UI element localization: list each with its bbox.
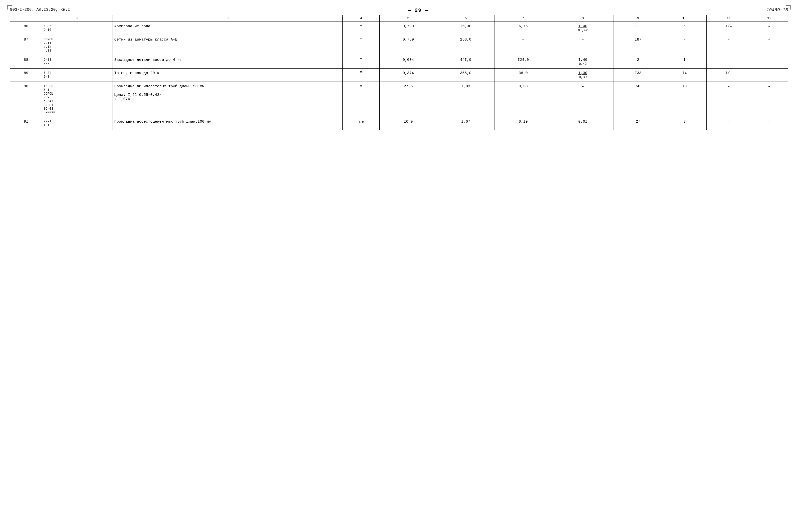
row-col11: –	[707, 35, 751, 55]
row-col11: –	[707, 55, 751, 69]
row-col6: 355,0	[437, 69, 494, 82]
row-col8-main: I,40	[578, 58, 587, 62]
row-col9: I87	[614, 35, 662, 55]
row-col10: 3	[662, 117, 707, 130]
row-col6: 44I,0	[437, 55, 494, 69]
row-col9: 50	[614, 82, 662, 117]
row-col8: I,300,39	[552, 69, 613, 82]
row-unit: м	[342, 82, 379, 117]
col-header-1: I	[10, 15, 42, 22]
row-col8-sub: 0,42	[579, 62, 587, 66]
row-col12: –	[751, 35, 788, 55]
row-col8: I,400 ,42	[552, 22, 613, 35]
row-col8-sub: 0 ,42	[578, 28, 588, 32]
col-header-7: 7	[494, 15, 552, 22]
corner-tr	[786, 5, 791, 10]
page-header: 903-I-206. Ал.I3.20, кн.I — 29 — 19469-1…	[10, 7, 788, 13]
header-row: I 2 3 4 5 6 7 8 9 10 11 12	[10, 15, 788, 22]
row-col12: –	[751, 82, 788, 117]
row-desc: То же, весом до 20 кг	[113, 69, 342, 82]
row-desc: Прокладка винипластовых труб диам. 50 мм…	[113, 82, 342, 117]
col-header-10: 10	[662, 15, 707, 22]
table-row: 886–83 9–7Закладные детали весом до 4 кг…	[10, 55, 788, 69]
row-col12: –	[751, 55, 788, 69]
row-col12: –	[751, 117, 788, 130]
row-col11: –	[707, 117, 751, 130]
col-header-4: 4	[342, 15, 379, 22]
col-header-2: 2	[42, 15, 113, 22]
row-col5: 0,004	[380, 55, 437, 69]
row-col8: I,400,42	[552, 55, 613, 69]
row-col6: I5,30	[437, 22, 494, 35]
row-col5: 0,789	[380, 35, 437, 55]
row-ref: I6–33 6–I ССРСЦ ч.У п.547 Пр–нт 05–03 8–…	[42, 82, 113, 117]
row-col10: –	[662, 35, 707, 55]
row-col11: –	[707, 82, 751, 117]
row-desc: Армирование пола	[113, 22, 342, 35]
row-unit: "	[342, 55, 379, 69]
row-col10: I4	[662, 69, 707, 82]
row-col8: 0,0I–	[552, 117, 613, 130]
row-ref: 6–84 9–8	[42, 69, 113, 82]
col-header-6: 6	[437, 15, 494, 22]
row-col5: 27,5	[380, 82, 437, 117]
row-num: 87	[10, 35, 42, 55]
row-desc: Закладные детали весом до 4 кг	[113, 55, 342, 69]
row-num: 88	[10, 55, 42, 69]
row-ref: 6–83 9–7	[42, 55, 113, 69]
row-ref: ССРСЦ ч.II р.IУ п.38	[42, 35, 113, 55]
row-col6: I,83	[437, 82, 494, 117]
table-row: 896–84 9–8То же, весом до 20 кг"0,374355…	[10, 69, 788, 82]
row-col6: I,67	[437, 117, 494, 130]
col-header-9: 9	[614, 15, 662, 22]
row-col8-main: 0,0I	[578, 120, 587, 124]
row-ref: 6–86 9–I0	[42, 22, 113, 35]
row-col8-sub: 0,39	[579, 75, 587, 79]
corner-tl	[7, 5, 12, 10]
row-desc: Прокладка асбестоцементных труб диам.I00…	[113, 117, 342, 130]
header-right: 19469-15	[766, 7, 788, 13]
table-row: 9I22–I I–IПрокладка асбестоцементных тру…	[10, 117, 788, 130]
row-col11: I/–	[707, 69, 751, 82]
col-header-11: 11	[707, 15, 751, 22]
row-col8-sub: –	[582, 124, 584, 128]
row-col9: 2	[614, 55, 662, 69]
table-row: 90I6–33 6–I ССРСЦ ч.У п.547 Пр–нт 05–03 …	[10, 82, 788, 117]
row-unit: т	[342, 22, 379, 35]
row-col8-main: I,30	[578, 71, 587, 75]
row-unit: п.м	[342, 117, 379, 130]
row-num: 89	[10, 69, 42, 82]
row-col8-main: I,40	[578, 24, 587, 28]
row-col10: 5	[662, 22, 707, 35]
row-num: 90	[10, 82, 42, 117]
table-row: 866–86 9–I0Армирование полат0,739I5,306,…	[10, 22, 788, 35]
row-col7: 0,I9	[494, 117, 552, 130]
row-col5: I6,0	[380, 117, 437, 130]
row-col9: I33	[614, 69, 662, 82]
row-col8-main: –	[582, 84, 584, 89]
row-col8: –	[552, 82, 613, 117]
row-num: 9I	[10, 117, 42, 130]
col-header-5: 5	[380, 15, 437, 22]
col-header-8: 8	[552, 15, 613, 22]
row-col12: –	[751, 22, 788, 35]
row-col7: I24,0	[494, 55, 552, 69]
row-col7: –	[494, 35, 552, 55]
row-col5: 0,374	[380, 69, 437, 82]
row-col7: 0,38	[494, 82, 552, 117]
col-header-12: 12	[751, 15, 788, 22]
row-col12: –	[751, 69, 788, 82]
row-col10: I0	[662, 82, 707, 117]
row-ref: 22–I I–I	[42, 117, 113, 130]
row-unit: "	[342, 69, 379, 82]
row-num: 86	[10, 22, 42, 35]
row-col7: 6,76	[494, 22, 552, 35]
header-center: — 29 —	[407, 7, 429, 13]
row-col9: II	[614, 22, 662, 35]
main-table: I 2 3 4 5 6 7 8 9 10 11 12 866–86 9–I0Ар…	[10, 15, 788, 130]
row-unit: т	[342, 35, 379, 55]
row-col10: I	[662, 55, 707, 69]
row-desc: Сетки из арматуры класса А-Ш	[113, 35, 342, 55]
row-col11: I/–	[707, 22, 751, 35]
header-left: 903-I-206. Ал.I3.20, кн.I	[10, 7, 70, 12]
